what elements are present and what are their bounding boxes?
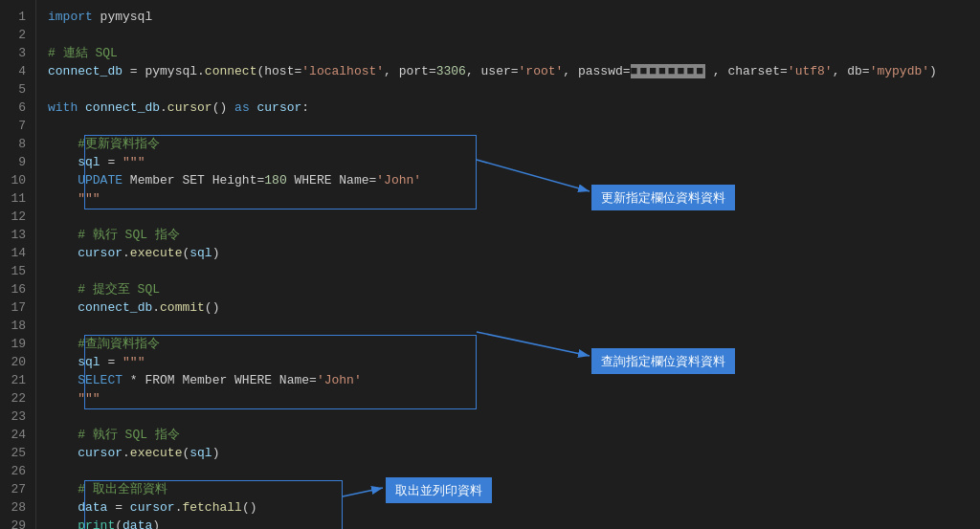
token-plain: host= [264,64,301,78]
code-line-6: with connect_db.cursor() as cursor: [48,99,969,117]
token-str: """ [122,355,145,369]
line-number-9: 9 [8,153,26,171]
token-var: cursor [78,446,122,460]
line-number-5: 5 [8,80,26,99]
token-plain [48,137,78,151]
token-cmt: # 取出全部資料 [78,482,167,496]
token-plain [48,355,78,369]
token-plain: = [100,155,122,169]
token-plain: pymysql. [145,64,204,78]
token-cmt: # 提交至 SQL [78,282,160,297]
line-number-25: 25 [8,444,26,462]
token-cmt: #查詢資料指令 [78,337,160,351]
code-line-19: #查詢資料指令 [48,335,969,353]
code-line-18 [48,317,969,335]
token-var: sql [189,446,212,460]
line-number-24: 24 [8,426,26,444]
token-var: connect_db [85,100,160,115]
code-line-2 [48,26,969,44]
line-number-3: 3 [8,44,26,62]
line-number-23: 23 [8,408,26,426]
token-fn: connect [205,64,257,78]
line-number-28: 28 [8,498,26,517]
token-fn: fetchall [182,500,241,515]
code-line-8: #更新資料指令 [48,135,969,153]
token-plain [48,446,78,460]
line-number-13: 13 [8,226,26,244]
code-line-13: # 執行 SQL 指令 [48,226,969,244]
token-num: 3306 [436,64,466,78]
token-str: 'root' [519,64,564,78]
token-builtin: print [78,518,115,529]
token-plain: , charset= [705,64,788,78]
token-cmt: # 執行 SQL 指令 [78,228,180,242]
token-kw: UPDATE [78,173,122,187]
line-number-16: 16 [8,280,26,298]
token-plain: ( [115,518,122,529]
code-line-16: # 提交至 SQL [48,280,969,298]
token-plain: () [205,300,220,315]
code-line-29: print(data) [48,517,969,529]
token-kw: SELECT [78,373,122,387]
token-plain: ) [212,246,220,260]
token-str: 'mypydb' [870,64,929,78]
code-editor: 1234567891011121314151617181920212223242… [0,0,980,529]
token-plain [250,100,257,115]
token-kw: import [48,10,93,24]
token-var: cursor [130,500,175,515]
code-line-17: connect_db.commit() [48,298,969,317]
line-number-1: 1 [8,8,26,26]
token-str: 'John' [376,173,421,187]
line-number-29: 29 [8,517,26,529]
code-line-10: UPDATE Member SET Height=180 WHERE Name=… [48,171,969,189]
line-number-11: 11 [8,189,26,208]
token-plain: pymysql [93,10,152,24]
line-number-14: 14 [8,244,26,262]
code-line-14: cursor.execute(sql) [48,244,969,262]
token-str: 'utf8' [788,64,833,78]
token-fn: cursor [167,100,212,115]
code-line-11: """ [48,189,969,208]
annotation-label-update: 更新指定欄位資料資料 [591,185,735,210]
token-plain [48,155,78,169]
line-number-8: 8 [8,135,26,153]
token-plain [48,246,78,260]
token-plain [48,482,78,496]
token-kw: with [48,100,78,115]
token-plain: , port= [384,64,436,78]
line-number-26: 26 [8,462,26,480]
token-fn: execute [130,446,183,460]
code-line-12 [48,208,969,226]
token-plain: . [160,100,167,115]
token-plain [48,500,78,515]
token-plain: , passwd= [563,64,630,78]
token-plain [48,228,78,242]
code-line-25: cursor.execute(sql) [48,444,969,462]
token-plain: * FROM Member WHERE Name= [122,373,317,387]
line-number-22: 22 [8,389,26,408]
line-number-4: 4 [8,62,26,80]
token-plain: () [242,500,257,515]
line-number-19: 19 [8,335,26,353]
code-line-27: # 取出全部資料 [48,480,969,498]
token-plain [48,518,78,529]
token-cmt: #更新資料指令 [78,137,160,151]
token-plain: . [152,300,160,315]
token-var: data [78,500,107,515]
token-plain [78,100,85,115]
code-line-28: data = cursor.fetchall() [48,498,969,517]
token-plain: ) [212,446,220,460]
token-var: sql [78,355,100,369]
token-cmt: # 連結 SQL [48,46,118,60]
token-var: data [122,518,152,529]
token-var: sql [189,246,212,260]
code-line-15 [48,262,969,280]
token-plain [48,428,78,442]
token-plain: . [122,246,130,260]
token-plain [48,391,78,406]
token-plain [122,173,130,187]
token-var: connect_db [78,300,152,315]
token-plain: = [100,355,122,369]
token-kw: as [234,100,250,115]
token-var: connect_db [48,64,122,78]
